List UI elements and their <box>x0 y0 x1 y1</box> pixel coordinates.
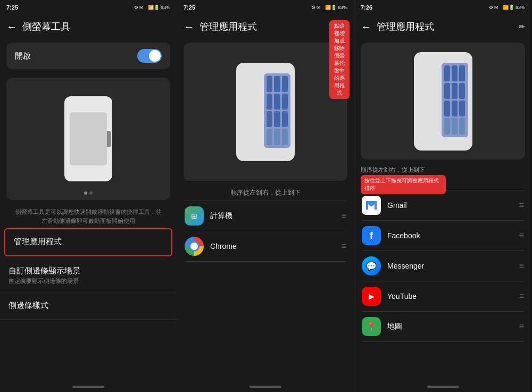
app-name-messenger: Messenger <box>387 262 513 270</box>
menu-item-style[interactable]: 側邊條樣式 <box>0 293 177 320</box>
panel-2: 7:25 ⚙ ✉ 📶🔋 83% 點這裡增加或移除側螢幕托盤中的應用程式 ↗ ← … <box>177 0 354 392</box>
back-button-2[interactable]: ← <box>184 21 194 33</box>
order-text-3: 順序從左到右，從上到下 <box>361 164 525 174</box>
preview-area-3 <box>361 43 525 160</box>
grid-dot <box>459 65 465 81</box>
divider-2c <box>185 261 346 262</box>
menu-item-title-scene: 自訂側邊條顯示場景 <box>9 266 168 276</box>
app-item-messenger[interactable]: 💬 Messenger ≡ <box>354 251 531 281</box>
page-title-2: 管理應用程式 <box>200 20 336 33</box>
annotation-3: 按住並上下拖曳可調整應用程式排序 <box>361 175 446 194</box>
grid-dot <box>459 83 465 99</box>
drag-handle-youtube[interactable]: ≡ <box>519 291 524 301</box>
phone-mockup-3 <box>414 52 472 151</box>
app-item-youtube[interactable]: ▶ YouTube ≡ <box>354 281 531 311</box>
status-bar-3: 7:26 ⚙ ✉ 📶🔋 83% <box>354 0 531 15</box>
grid-dot <box>282 94 288 110</box>
menu-item-scene[interactable]: 自訂側邊條顯示場景 自定義要顯示側邊條的場景 <box>0 258 177 293</box>
toggle-switch-1[interactable] <box>137 49 162 63</box>
panel-3: 7:26 ⚙ ✉ 📶🔋 83% ← 管理應用程式 ✏ <box>354 0 531 392</box>
back-button-3[interactable]: ← <box>361 21 371 33</box>
time-2: 7:25 <box>184 4 195 11</box>
grid-dot <box>267 94 272 110</box>
status-icons-2: ⚙ ✉ 📶🔋 83% <box>311 5 347 10</box>
grid-dot <box>267 111 272 127</box>
youtube-icon: ▶ <box>362 287 381 306</box>
menu-item-manage[interactable]: 管理應用程式 <box>4 228 172 256</box>
app-item-gmail[interactable]: Gmail ≡ <box>354 190 531 220</box>
grid-dot <box>267 76 272 92</box>
panel-1: 7:25 ⚙ ✉ 📶🔋 83% ← 側螢幕工具 開啟 側螢幕工具是可以讓您快速開… <box>0 0 177 392</box>
divider-3f <box>362 341 524 342</box>
drag-handle-facebook[interactable]: ≡ <box>519 231 524 240</box>
annotation-bubble-2: 點這裡增加或移除側螢幕托盤中的應用程式 <box>329 20 350 99</box>
app-name-facebook: Facebook <box>387 231 513 240</box>
chrome-icon <box>185 237 204 256</box>
toggle-label-1: 開啟 <box>15 51 31 61</box>
preview-area-1 <box>6 78 170 200</box>
grid-dot <box>444 101 450 116</box>
status-bar-2: 7:25 ⚙ ✉ 📶🔋 83% <box>177 0 354 15</box>
drag-handle-chrome[interactable]: ≡ <box>342 241 346 251</box>
gmail-icon <box>362 196 381 215</box>
order-text-2: 順序從左到右，從上到下 <box>177 185 354 201</box>
grid-dot <box>452 83 458 99</box>
grid-dot <box>274 111 280 127</box>
app-item-chrome[interactable]: Chrome ≡ <box>177 231 354 261</box>
bottom-bar-3 <box>354 381 531 392</box>
app-item-calc[interactable]: ⊞ 計算機 ≡ <box>177 201 354 231</box>
grid-dot <box>274 76 280 92</box>
app-item-facebook[interactable]: f Facebook ≡ <box>354 221 531 251</box>
page-title-3: 管理應用程式 <box>377 20 513 33</box>
messenger-icon: 💬 <box>362 256 381 276</box>
app-name-youtube: YouTube <box>387 292 513 301</box>
menu-item-title-manage: 管理應用程式 <box>14 237 163 247</box>
phone-screen-1 <box>70 112 107 165</box>
home-indicator-2 <box>250 386 281 388</box>
back-button-1[interactable]: ← <box>6 21 17 33</box>
grid-dot <box>444 118 450 134</box>
app-name-gmail: Gmail <box>387 201 513 210</box>
drag-handle-calc[interactable]: ≡ <box>342 211 346 221</box>
grid-dot <box>452 65 458 81</box>
drag-handle-gmail[interactable]: ≡ <box>519 201 524 210</box>
time-3: 7:26 <box>361 4 372 11</box>
drag-handle-messenger[interactable]: ≡ <box>519 261 524 271</box>
bottom-bar-1 <box>0 381 177 392</box>
maps-icon: 📍 <box>362 317 381 336</box>
dots-indicator-1 <box>84 191 93 195</box>
page-title-1: 側螢幕工具 <box>22 20 170 33</box>
description-1: 側螢幕工具是可以讓您快速開啟浮動視窗的捷徑工具，往左滑動側邊條即可啟動面板開始使… <box>0 204 177 228</box>
grid-dot <box>459 118 465 134</box>
status-icons-1: ⚙ ✉ 📶🔋 83% <box>134 5 170 10</box>
facebook-icon: f <box>362 226 381 245</box>
dot-1 <box>84 191 87 195</box>
nav-bar-3: ← 管理應用程式 ✏ <box>354 15 531 38</box>
bottom-bar-2 <box>177 381 354 392</box>
grid-dot <box>282 129 288 145</box>
app-name-chrome: Chrome <box>210 242 335 251</box>
grid-dot <box>452 101 458 116</box>
grid-dot <box>274 94 280 110</box>
preview-area-2 <box>184 43 347 181</box>
home-indicator-3 <box>427 386 459 388</box>
phone-mockup-1 <box>64 96 112 181</box>
time-1: 7:25 <box>6 4 18 11</box>
drag-handle-maps[interactable]: ≡ <box>519 322 524 331</box>
calc-icon: ⊞ <box>185 206 204 226</box>
status-bar-1: 7:25 ⚙ ✉ 📶🔋 83% <box>0 0 177 15</box>
grid-dot <box>444 65 450 81</box>
grid-dot <box>267 129 272 145</box>
menu-item-sub-scene: 自定義要顯示側邊條的場景 <box>9 277 168 285</box>
dot-2 <box>89 191 93 195</box>
grid-dot <box>452 118 458 134</box>
edit-button-3[interactable]: ✏ <box>519 22 525 31</box>
sidebar-tab-1 <box>107 131 111 147</box>
toggle-row-1: 開啟 <box>6 43 170 69</box>
app-item-maps[interactable]: 📍 地圖 ≡ <box>354 312 531 341</box>
nav-bar-2: ← 管理應用程式 ✏ <box>177 15 354 38</box>
home-indicator-1 <box>72 386 104 388</box>
app-name-calc: 計算機 <box>210 211 335 221</box>
app-grid-2 <box>264 73 290 148</box>
grid-dot <box>274 129 280 145</box>
